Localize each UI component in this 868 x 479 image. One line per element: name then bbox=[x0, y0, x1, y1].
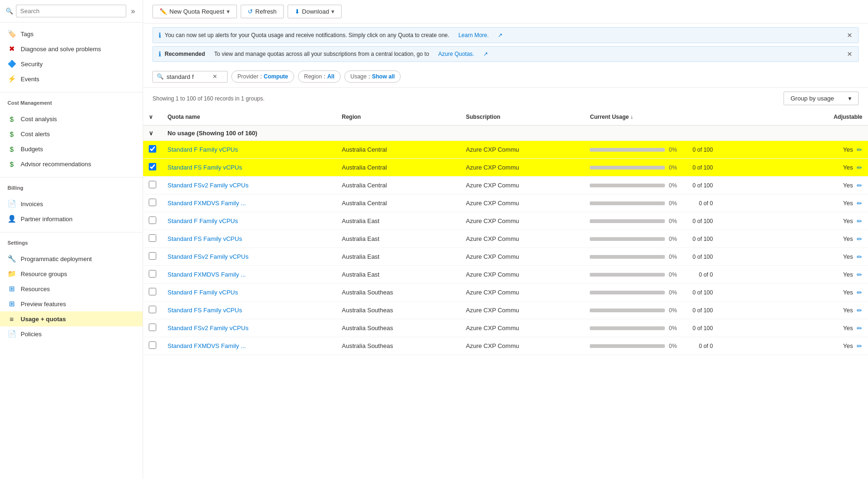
row-checkbox-cell[interactable] bbox=[143, 266, 162, 284]
quota-link[interactable]: Standard FSv2 Family vCPUs bbox=[168, 182, 249, 189]
edit-icon[interactable]: ✏ bbox=[857, 271, 862, 278]
adjustable-value: Yes bbox=[843, 200, 853, 207]
azure-quotas-link[interactable]: Azure Quotas. bbox=[438, 51, 474, 57]
region-cell: Australia Southeas bbox=[336, 337, 460, 355]
edit-icon[interactable]: ✏ bbox=[857, 182, 862, 189]
usage-count: 0 of 100 bbox=[685, 289, 713, 296]
download-button[interactable]: ⬇ Download ▾ bbox=[288, 5, 342, 18]
row-checkbox-cell[interactable] bbox=[143, 337, 162, 355]
table-row: Standard F Family vCPUs Australia Southe… bbox=[143, 284, 868, 301]
region-filter-tag[interactable]: Region : All bbox=[298, 70, 341, 83]
quota-link[interactable]: Standard FXMDVS Family ... bbox=[168, 200, 246, 207]
sidebar-item-cost-analysis[interactable]: $ Cost analysis bbox=[0, 111, 143, 126]
row-checkbox-cell[interactable] bbox=[143, 319, 162, 337]
edit-icon[interactable]: ✏ bbox=[857, 289, 862, 296]
sidebar-item-security[interactable]: 🔷 Security bbox=[0, 56, 143, 71]
sidebar-search-input[interactable] bbox=[16, 5, 126, 17]
sidebar-item-usage-quotas[interactable]: ≡ Usage + quotas bbox=[0, 311, 143, 326]
row-checkbox[interactable] bbox=[149, 324, 156, 331]
region-filter-separator: : bbox=[324, 73, 325, 80]
sidebar-item-resource-groups[interactable]: 📁 Resource groups bbox=[0, 266, 143, 281]
usage-filter-tag[interactable]: Usage : Show all bbox=[344, 70, 401, 83]
quota-link[interactable]: Standard FS Family vCPUs bbox=[168, 235, 242, 242]
region-filter-label: Region bbox=[304, 73, 322, 80]
quota-link[interactable]: Standard F Family vCPUs bbox=[168, 289, 238, 296]
row-checkbox[interactable] bbox=[149, 252, 156, 260]
usage-percentage: 0% bbox=[669, 271, 681, 278]
row-checkbox[interactable] bbox=[149, 306, 156, 313]
quota-link[interactable]: Standard FS Family vCPUs bbox=[168, 307, 242, 314]
learn-more-link[interactable]: Learn More. bbox=[458, 32, 489, 39]
quota-link[interactable]: Standard F Family vCPUs bbox=[168, 217, 238, 224]
quota-link[interactable]: Standard FSv2 Family vCPUs bbox=[168, 324, 249, 332]
sidebar-item-resources[interactable]: ⊞ Resources bbox=[0, 281, 143, 296]
new-quota-request-button[interactable]: ✏️ New Quota Request ▾ bbox=[152, 5, 237, 18]
quota-link[interactable]: Standard FXMDVS Family ... bbox=[168, 342, 246, 349]
collapse-all-icon[interactable]: ∨ bbox=[149, 114, 153, 120]
row-checkbox-cell[interactable] bbox=[143, 301, 162, 319]
recommended-text: To view and manage quotas across all you… bbox=[214, 51, 429, 57]
edit-icon[interactable]: ✏ bbox=[857, 342, 862, 350]
edit-icon[interactable]: ✏ bbox=[857, 200, 862, 207]
sidebar-item-diagnose[interactable]: ✖ Diagnose and solve problems bbox=[0, 41, 143, 56]
row-checkbox-cell[interactable] bbox=[143, 177, 162, 194]
edit-icon[interactable]: ✏ bbox=[857, 324, 862, 332]
search-clear-button[interactable]: ✕ bbox=[212, 73, 218, 80]
row-checkbox[interactable] bbox=[149, 199, 156, 206]
row-checkbox-cell[interactable] bbox=[143, 284, 162, 301]
row-checkbox[interactable] bbox=[149, 216, 156, 224]
sidebar-item-advisor[interactable]: $ Advisor recommendations bbox=[0, 156, 143, 171]
usage-percentage: 0% bbox=[669, 325, 681, 332]
group-by-button[interactable]: Group by usage ▾ bbox=[784, 92, 859, 105]
sidebar-item-preview[interactable]: ⊞ Preview features bbox=[0, 296, 143, 311]
quota-name-cell: Standard FSv2 Family vCPUs bbox=[162, 319, 336, 337]
row-checkbox[interactable] bbox=[149, 163, 156, 170]
row-checkbox[interactable] bbox=[149, 145, 156, 153]
cost-management-items: $ Cost analysis $ Cost alerts $ Budgets … bbox=[0, 108, 143, 175]
row-checkbox-cell[interactable] bbox=[143, 230, 162, 248]
recommended-banner-close-icon[interactable]: ✕ bbox=[847, 50, 853, 58]
quota-link[interactable]: Standard FS Family vCPUs bbox=[168, 164, 242, 171]
th-quota-name[interactable]: Quota name bbox=[162, 109, 336, 125]
refresh-button[interactable]: ↺ Refresh bbox=[241, 5, 284, 18]
row-checkbox[interactable] bbox=[149, 234, 156, 242]
edit-icon[interactable]: ✏ bbox=[857, 235, 862, 243]
edit-icon[interactable]: ✏ bbox=[857, 307, 862, 314]
row-checkbox-cell[interactable] bbox=[143, 141, 162, 159]
row-checkbox[interactable] bbox=[149, 270, 156, 278]
edit-icon[interactable]: ✏ bbox=[857, 217, 862, 225]
usage-count: 0 of 100 bbox=[685, 254, 713, 260]
sidebar-item-invoices[interactable]: 📄 Invoices bbox=[0, 196, 143, 211]
row-checkbox-cell[interactable] bbox=[143, 248, 162, 266]
row-checkbox-cell[interactable] bbox=[143, 194, 162, 212]
sidebar-item-label: Cost alerts bbox=[21, 131, 50, 138]
edit-icon[interactable]: ✏ bbox=[857, 253, 862, 261]
diagnose-icon: ✖ bbox=[8, 45, 16, 53]
th-current-usage[interactable]: Current Usage ↓ bbox=[584, 109, 779, 125]
subscription-cell: Azure CXP Commu bbox=[460, 177, 584, 194]
sidebar-item-tags[interactable]: 🏷️ Tags bbox=[0, 26, 143, 41]
row-checkbox-cell[interactable] bbox=[143, 159, 162, 177]
row-checkbox[interactable] bbox=[149, 341, 156, 349]
row-checkbox[interactable] bbox=[149, 288, 156, 295]
sidebar-item-events[interactable]: ⚡ Events bbox=[0, 71, 143, 86]
search-filter-input[interactable] bbox=[167, 73, 209, 80]
group-expand-icon[interactable]: ∨ bbox=[149, 130, 153, 137]
quota-link[interactable]: Standard FSv2 Family vCPUs bbox=[168, 253, 249, 260]
alert-banner-close-icon[interactable]: ✕ bbox=[847, 31, 853, 39]
usage-percentage: 0% bbox=[669, 289, 681, 296]
sidebar-item-programmatic[interactable]: 🔧 Programmatic deployment bbox=[0, 251, 143, 266]
edit-icon[interactable]: ✏ bbox=[857, 146, 862, 154]
group-expand-cell[interactable]: ∨ bbox=[143, 125, 162, 141]
sidebar-item-partner[interactable]: 👤 Partner information bbox=[0, 211, 143, 226]
row-checkbox[interactable] bbox=[149, 181, 156, 188]
sidebar-item-cost-alerts[interactable]: $ Cost alerts bbox=[0, 126, 143, 141]
sidebar-item-policies[interactable]: 📄 Policies bbox=[0, 326, 143, 341]
quota-link[interactable]: Standard F Family vCPUs bbox=[168, 146, 238, 153]
provider-filter-tag[interactable]: Provider : Compute bbox=[231, 70, 294, 83]
edit-icon[interactable]: ✏ bbox=[857, 164, 862, 171]
row-checkbox-cell[interactable] bbox=[143, 212, 162, 230]
sidebar-item-budgets[interactable]: $ Budgets bbox=[0, 141, 143, 156]
quota-link[interactable]: Standard FXMDVS Family ... bbox=[168, 271, 246, 278]
sidebar-collapse-button[interactable]: » bbox=[129, 5, 137, 17]
